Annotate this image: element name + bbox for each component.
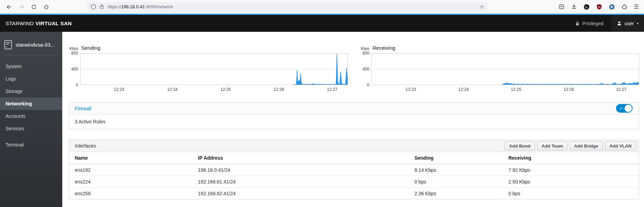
user-menu[interactable]: user ▾ (611, 15, 644, 32)
receiving-chart: Kbps Receiving 8004000 12:2312:2412:2512… (353, 45, 639, 93)
chart-plot-area (371, 53, 639, 85)
sidebar-nav: SystemLogsStorageNetworkingAccountsServi… (0, 60, 62, 151)
interface-actions: Add BondAdd TeamAdd BridgeAdd VLAN (505, 142, 636, 150)
y-axis-labels: 8004000 (353, 53, 369, 85)
interface-row-ens192[interactable]: ens192198.18.0.41/248.14 Kbps7.92 Kbps (69, 164, 639, 176)
chart-unit-label: Kbps (62, 46, 78, 50)
extension-dark-icon[interactable] (583, 4, 590, 10)
interfaces-title: Interfaces (75, 143, 96, 149)
chart-title: Receiving (372, 45, 395, 51)
url-path: :9090/network (145, 4, 173, 9)
chart-title: Sending (81, 45, 100, 51)
back-button[interactable] (4, 2, 14, 12)
firewall-card: Firewall ✓ 3 Active Rules (69, 102, 639, 129)
cell: ens256 (69, 188, 194, 199)
sidebar: starwindvsa-03... SystemLogsStorageNetwo… (0, 32, 62, 207)
lock-warning-icon[interactable] (99, 4, 104, 9)
y-tick-label: 0 (76, 83, 78, 87)
toggle-knob (625, 105, 632, 112)
arrow-right-icon (19, 4, 24, 10)
sidebar-divider (5, 55, 57, 55)
add-bond-button[interactable]: Add Bond (505, 142, 535, 150)
firewall-header: Firewall ✓ (69, 103, 639, 114)
user-icon (617, 21, 622, 26)
interface-row-ens256[interactable]: ens256192.168.62.41/242.36 Kbps0 bps (69, 188, 639, 199)
x-tick-label: 12:24 (458, 87, 469, 92)
cell: 2.36 Kbps (411, 188, 505, 199)
home-button[interactable] (42, 2, 51, 12)
browser-extensions-area: uO ☰ (559, 3, 639, 10)
extension-cursor-icon[interactable] (609, 4, 615, 10)
cell: 2.50 Kbps (505, 176, 639, 188)
x-tick-label: 12:26 (274, 87, 284, 92)
add-vlan-button[interactable]: Add VLAN (605, 142, 636, 150)
interface-row-ens224[interactable]: ens224192.168.61.41/240 bps2.50 Kbps (69, 176, 639, 188)
cell: 0 bps (411, 176, 505, 188)
x-tick-label: 12:25 (511, 87, 521, 92)
add-team-button[interactable]: Add Team (537, 142, 568, 150)
shield-icon[interactable] (91, 4, 96, 10)
downloads-icon[interactable] (571, 4, 577, 10)
main-content: Kbps Sending 8004000 12:2312:2412:2512:2… (62, 32, 644, 207)
sidebar-item-accounts[interactable]: Accounts (0, 110, 62, 122)
brand-bold: VIRTUAL SAN (35, 20, 72, 26)
bookmark-star-icon[interactable]: ☆ (480, 4, 484, 10)
user-label: user (625, 21, 634, 26)
privileged-lock-icon (575, 21, 580, 26)
host-server-icon (4, 40, 12, 49)
x-tick-label: 12:27 (616, 87, 626, 92)
sidebar-item-storage[interactable]: Storage (0, 85, 62, 97)
sidebar-item-networking[interactable]: Networking (0, 97, 62, 110)
url-host: 198.18.0.41 (121, 4, 145, 9)
cell: ens192 (69, 164, 194, 176)
y-axis-labels: 8004000 (62, 53, 78, 85)
sidebar-item-services[interactable]: Services (0, 122, 62, 135)
cell: 198.18.0.41/24 (194, 164, 411, 176)
y-tick-label: 400 (71, 67, 78, 72)
privileged-indicator[interactable]: Privileged (568, 15, 611, 32)
cell: 7.92 Kbps (505, 164, 639, 176)
cell: ens224 (69, 176, 194, 188)
arrow-left-icon (6, 4, 12, 10)
firewall-link[interactable]: Firewall (75, 106, 91, 111)
x-tick-label: 12:27 (327, 87, 337, 92)
cell: 8.14 Kbps (411, 164, 505, 176)
url-bar[interactable]: https://198.18.0.41:9090/network ☆ (87, 2, 488, 12)
host-selector[interactable]: starwindvsa-03... (0, 36, 62, 53)
pocket-icon[interactable] (559, 4, 564, 10)
url-text: https://198.18.0.41:9090/network (108, 4, 173, 9)
reload-button[interactable] (29, 2, 39, 12)
cell: 0 bps (505, 188, 639, 199)
interfaces-table: NameIP AddressSendingReceiving ens192198… (69, 152, 639, 199)
firewall-toggle[interactable]: ✓ (616, 104, 633, 113)
y-tick-label: 800 (71, 51, 78, 56)
menu-hamburger-icon[interactable]: ☰ (634, 3, 639, 10)
table-header-row: NameIP AddressSendingReceiving (69, 152, 639, 164)
column-header-receiving: Receiving (505, 152, 639, 164)
receiving-series-area (502, 82, 639, 85)
ublock-shield-icon[interactable]: uO (596, 4, 602, 10)
chevron-down-icon: ▾ (637, 21, 638, 25)
x-tick-label: 12:25 (220, 87, 231, 92)
forward-button[interactable] (17, 2, 26, 12)
sidebar-item-logs[interactable]: Logs (0, 73, 62, 85)
x-tick-label: 12:23 (114, 87, 124, 92)
brand-logo: STARWIND VIRTUAL SAN (6, 20, 72, 26)
x-tick-label: 12:24 (167, 87, 177, 92)
extensions-puzzle-icon[interactable] (622, 4, 627, 10)
sidebar-item-terminal[interactable]: Terminal (0, 139, 62, 151)
y-tick-label: 400 (362, 67, 369, 72)
firewall-summary: 3 Active Rules (69, 114, 639, 129)
column-header-name: Name (69, 152, 194, 164)
column-header-sending: Sending (411, 152, 505, 164)
y-tick-label: 800 (362, 51, 369, 56)
column-header-ip-address: IP Address (194, 152, 411, 164)
sidebar-item-system[interactable]: System (0, 60, 62, 73)
add-bridge-button[interactable]: Add Bridge (570, 142, 603, 150)
browser-toolbar: https://198.18.0.41:9090/network ☆ uO ☰ (0, 0, 644, 14)
brand-normal: STARWIND (6, 20, 34, 26)
x-axis-labels: 12:2312:2412:2512:2612:27 (80, 85, 348, 93)
cell: 192.168.61.41/24 (194, 176, 411, 188)
url-scheme: https:// (108, 4, 121, 9)
hostname: starwindvsa-03... (16, 42, 55, 48)
